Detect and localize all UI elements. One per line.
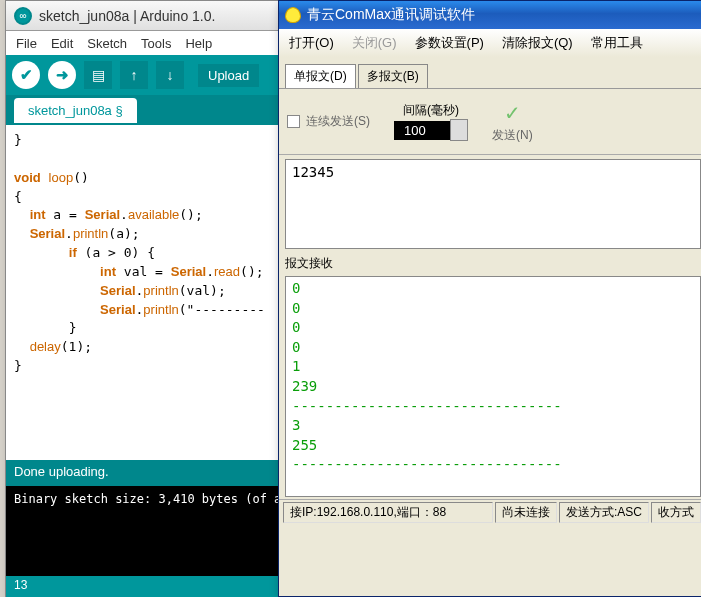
status-conn: 尚未连接 — [495, 502, 557, 523]
new-button[interactable]: ▤ — [84, 61, 112, 89]
continuous-send-label: 连续发送(S) — [306, 113, 370, 130]
sketch-tab[interactable]: sketch_jun08a § — [14, 98, 137, 123]
continuous-send-checkbox[interactable] — [287, 115, 300, 128]
commax-title: 青云ComMax通讯调试软件 — [307, 6, 475, 24]
send-button[interactable]: ✓ 发送(N) — [492, 99, 533, 144]
menu-tools[interactable]: Tools — [137, 34, 175, 53]
verify-button[interactable]: ✔ — [12, 61, 40, 89]
save-button[interactable]: ↓ — [156, 61, 184, 89]
commax-statusbar: 接IP:192.168.0.110,端口：88 尚未连接 发送方式:ASC 收方… — [279, 499, 701, 525]
interval-group: 间隔(毫秒) 100 — [394, 102, 468, 141]
menu-clear[interactable]: 清除报文(Q) — [498, 32, 577, 54]
commax-tabs: 单报文(D) 多报文(B) — [279, 57, 701, 89]
menu-open[interactable]: 打开(O) — [285, 32, 338, 54]
upload-label: Upload — [198, 64, 259, 87]
commax-window: 青云ComMax通讯调试软件 打开(O) 关闭(G) 参数设置(P) 清除报文(… — [278, 0, 701, 597]
upload-button[interactable]: ➜ — [48, 61, 76, 89]
menu-file[interactable]: File — [12, 34, 41, 53]
interval-label: 间隔(毫秒) — [403, 102, 459, 119]
commax-titlebar: 青云ComMax通讯调试软件 — [279, 1, 701, 29]
recv-label: 报文接收 — [279, 253, 701, 274]
send-check-icon: ✓ — [498, 99, 526, 127]
open-button[interactable]: ↑ — [120, 61, 148, 89]
menu-params[interactable]: 参数设置(P) — [411, 32, 488, 54]
menu-tools[interactable]: 常用工具 — [587, 32, 647, 54]
send-input[interactable]: 12345 — [285, 159, 701, 249]
commax-menu: 打开(O) 关闭(G) 参数设置(P) 清除报文(Q) 常用工具 — [279, 29, 701, 57]
status-recvmode: 收方式 — [651, 502, 701, 523]
tab-single[interactable]: 单报文(D) — [285, 64, 356, 88]
arduino-logo-icon: ∞ — [14, 7, 32, 25]
menu-help[interactable]: Help — [181, 34, 216, 53]
send-label: 发送(N) — [492, 127, 533, 144]
menu-close: 关闭(G) — [348, 32, 401, 54]
tab-multi[interactable]: 多报文(B) — [358, 64, 428, 88]
status-sendmode: 发送方式:ASC — [559, 502, 649, 523]
recv-output: 0 0 0 0 1 239 --------------------------… — [285, 276, 701, 497]
arduino-title: sketch_jun08a | Arduino 1.0. — [39, 8, 215, 24]
menu-edit[interactable]: Edit — [47, 34, 77, 53]
interval-value[interactable]: 100 — [394, 121, 450, 140]
interval-spinner[interactable] — [450, 119, 468, 141]
menu-sketch[interactable]: Sketch — [83, 34, 131, 53]
status-ip: 接IP:192.168.0.110,端口：88 — [283, 502, 493, 523]
send-panel: 连续发送(S) 间隔(毫秒) 100 ✓ 发送(N) — [279, 89, 701, 155]
bulb-icon — [285, 7, 301, 23]
